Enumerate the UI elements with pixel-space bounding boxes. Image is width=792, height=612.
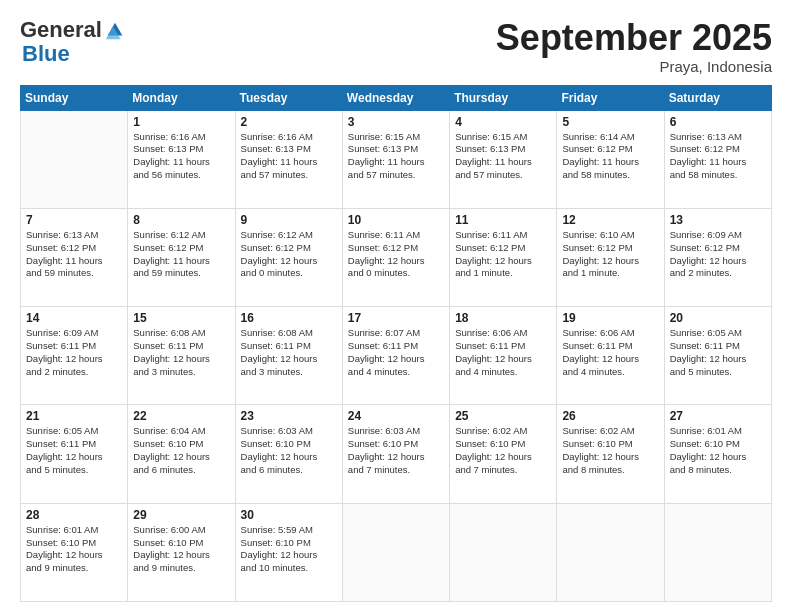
calendar-cell: 21Sunrise: 6:05 AM Sunset: 6:11 PM Dayli… [21,405,128,503]
day-info: Sunrise: 6:05 AM Sunset: 6:11 PM Dayligh… [670,327,766,378]
calendar-cell [450,503,557,601]
calendar-cell: 19Sunrise: 6:06 AM Sunset: 6:11 PM Dayli… [557,307,664,405]
calendar-cell: 26Sunrise: 6:02 AM Sunset: 6:10 PM Dayli… [557,405,664,503]
calendar-cell: 29Sunrise: 6:00 AM Sunset: 6:10 PM Dayli… [128,503,235,601]
weekday-header-wednesday: Wednesday [342,85,449,110]
weekday-header-sunday: Sunday [21,85,128,110]
day-info: Sunrise: 6:06 AM Sunset: 6:11 PM Dayligh… [562,327,658,378]
month-title: September 2025 [496,18,772,58]
calendar-cell: 22Sunrise: 6:04 AM Sunset: 6:10 PM Dayli… [128,405,235,503]
day-number: 29 [133,508,229,522]
day-info: Sunrise: 6:13 AM Sunset: 6:12 PM Dayligh… [670,131,766,182]
day-info: Sunrise: 6:07 AM Sunset: 6:11 PM Dayligh… [348,327,444,378]
day-info: Sunrise: 6:15 AM Sunset: 6:13 PM Dayligh… [455,131,551,182]
day-number: 25 [455,409,551,423]
day-number: 16 [241,311,337,325]
day-info: Sunrise: 6:06 AM Sunset: 6:11 PM Dayligh… [455,327,551,378]
day-info: Sunrise: 6:14 AM Sunset: 6:12 PM Dayligh… [562,131,658,182]
day-number: 3 [348,115,444,129]
day-info: Sunrise: 6:15 AM Sunset: 6:13 PM Dayligh… [348,131,444,182]
day-info: Sunrise: 6:11 AM Sunset: 6:12 PM Dayligh… [455,229,551,280]
day-number: 7 [26,213,122,227]
calendar-row-3: 21Sunrise: 6:05 AM Sunset: 6:11 PM Dayli… [21,405,772,503]
calendar-cell: 2Sunrise: 6:16 AM Sunset: 6:13 PM Daylig… [235,110,342,208]
day-info: Sunrise: 6:05 AM Sunset: 6:11 PM Dayligh… [26,425,122,476]
day-info: Sunrise: 6:16 AM Sunset: 6:13 PM Dayligh… [133,131,229,182]
weekday-header-saturday: Saturday [664,85,771,110]
day-number: 8 [133,213,229,227]
logo-icon [104,19,126,41]
calendar-cell: 1Sunrise: 6:16 AM Sunset: 6:13 PM Daylig… [128,110,235,208]
day-info: Sunrise: 6:08 AM Sunset: 6:11 PM Dayligh… [241,327,337,378]
header: General Blue September 2025 Praya, Indon… [20,18,772,75]
calendar-cell: 13Sunrise: 6:09 AM Sunset: 6:12 PM Dayli… [664,208,771,306]
weekday-header-thursday: Thursday [450,85,557,110]
day-number: 28 [26,508,122,522]
day-number: 12 [562,213,658,227]
day-number: 18 [455,311,551,325]
calendar-row-4: 28Sunrise: 6:01 AM Sunset: 6:10 PM Dayli… [21,503,772,601]
location: Praya, Indonesia [496,58,772,75]
day-number: 5 [562,115,658,129]
calendar-cell [664,503,771,601]
calendar-row-1: 7Sunrise: 6:13 AM Sunset: 6:12 PM Daylig… [21,208,772,306]
calendar-cell: 4Sunrise: 6:15 AM Sunset: 6:13 PM Daylig… [450,110,557,208]
logo-blue: Blue [22,41,70,66]
logo-general: General [20,18,102,42]
day-number: 19 [562,311,658,325]
day-number: 4 [455,115,551,129]
day-number: 23 [241,409,337,423]
day-number: 14 [26,311,122,325]
calendar-cell [557,503,664,601]
day-info: Sunrise: 6:11 AM Sunset: 6:12 PM Dayligh… [348,229,444,280]
day-info: Sunrise: 6:04 AM Sunset: 6:10 PM Dayligh… [133,425,229,476]
calendar-cell: 25Sunrise: 6:02 AM Sunset: 6:10 PM Dayli… [450,405,557,503]
day-info: Sunrise: 6:02 AM Sunset: 6:10 PM Dayligh… [455,425,551,476]
weekday-header-friday: Friday [557,85,664,110]
calendar-cell: 28Sunrise: 6:01 AM Sunset: 6:10 PM Dayli… [21,503,128,601]
day-info: Sunrise: 6:01 AM Sunset: 6:10 PM Dayligh… [26,524,122,575]
day-number: 22 [133,409,229,423]
calendar-row-2: 14Sunrise: 6:09 AM Sunset: 6:11 PM Dayli… [21,307,772,405]
calendar-cell: 30Sunrise: 5:59 AM Sunset: 6:10 PM Dayli… [235,503,342,601]
page: General Blue September 2025 Praya, Indon… [0,0,792,612]
calendar-cell: 16Sunrise: 6:08 AM Sunset: 6:11 PM Dayli… [235,307,342,405]
calendar-cell: 5Sunrise: 6:14 AM Sunset: 6:12 PM Daylig… [557,110,664,208]
day-info: Sunrise: 6:03 AM Sunset: 6:10 PM Dayligh… [241,425,337,476]
calendar-cell [21,110,128,208]
calendar-cell: 20Sunrise: 6:05 AM Sunset: 6:11 PM Dayli… [664,307,771,405]
day-number: 26 [562,409,658,423]
calendar-row-0: 1Sunrise: 6:16 AM Sunset: 6:13 PM Daylig… [21,110,772,208]
day-info: Sunrise: 6:16 AM Sunset: 6:13 PM Dayligh… [241,131,337,182]
day-number: 15 [133,311,229,325]
calendar-cell: 10Sunrise: 6:11 AM Sunset: 6:12 PM Dayli… [342,208,449,306]
calendar-cell: 7Sunrise: 6:13 AM Sunset: 6:12 PM Daylig… [21,208,128,306]
day-info: Sunrise: 6:13 AM Sunset: 6:12 PM Dayligh… [26,229,122,280]
weekday-header-row: SundayMondayTuesdayWednesdayThursdayFrid… [21,85,772,110]
day-info: Sunrise: 6:08 AM Sunset: 6:11 PM Dayligh… [133,327,229,378]
calendar-cell: 23Sunrise: 6:03 AM Sunset: 6:10 PM Dayli… [235,405,342,503]
day-number: 2 [241,115,337,129]
calendar-cell: 27Sunrise: 6:01 AM Sunset: 6:10 PM Dayli… [664,405,771,503]
day-number: 9 [241,213,337,227]
day-info: Sunrise: 6:09 AM Sunset: 6:11 PM Dayligh… [26,327,122,378]
day-number: 13 [670,213,766,227]
day-info: Sunrise: 6:03 AM Sunset: 6:10 PM Dayligh… [348,425,444,476]
calendar-cell: 24Sunrise: 6:03 AM Sunset: 6:10 PM Dayli… [342,405,449,503]
day-number: 20 [670,311,766,325]
calendar-cell: 11Sunrise: 6:11 AM Sunset: 6:12 PM Dayli… [450,208,557,306]
day-info: Sunrise: 6:12 AM Sunset: 6:12 PM Dayligh… [241,229,337,280]
calendar-table: SundayMondayTuesdayWednesdayThursdayFrid… [20,85,772,602]
day-number: 24 [348,409,444,423]
title-block: September 2025 Praya, Indonesia [496,18,772,75]
day-number: 17 [348,311,444,325]
calendar-cell: 12Sunrise: 6:10 AM Sunset: 6:12 PM Dayli… [557,208,664,306]
day-number: 11 [455,213,551,227]
calendar-cell: 17Sunrise: 6:07 AM Sunset: 6:11 PM Dayli… [342,307,449,405]
calendar-cell: 18Sunrise: 6:06 AM Sunset: 6:11 PM Dayli… [450,307,557,405]
calendar-cell: 3Sunrise: 6:15 AM Sunset: 6:13 PM Daylig… [342,110,449,208]
day-info: Sunrise: 6:10 AM Sunset: 6:12 PM Dayligh… [562,229,658,280]
day-info: Sunrise: 6:12 AM Sunset: 6:12 PM Dayligh… [133,229,229,280]
day-info: Sunrise: 6:09 AM Sunset: 6:12 PM Dayligh… [670,229,766,280]
calendar-cell: 8Sunrise: 6:12 AM Sunset: 6:12 PM Daylig… [128,208,235,306]
